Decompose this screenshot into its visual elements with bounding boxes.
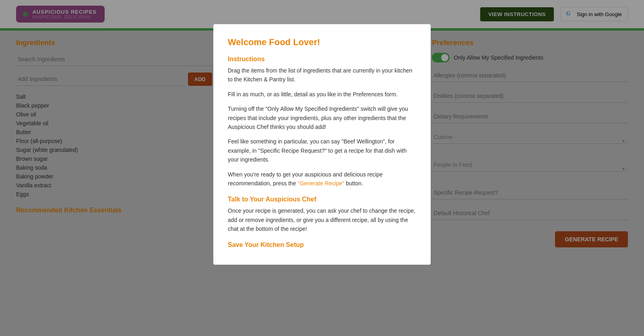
modal-save-title: Save Your Kitchen Setup [228, 241, 416, 249]
modal-p4: Feel like something in particular, you c… [228, 137, 416, 164]
modal-talk-p1: Once your recipe is generated, you can a… [228, 206, 416, 233]
modal-instructions-title: Instructions [228, 56, 416, 63]
modal-p1: Drag the items from the list of ingredie… [228, 66, 416, 84]
modal-overlay: Welcome Food Lover! Instructions Drag th… [0, 0, 644, 336]
modal-p5: When you're ready to get your auspicious… [228, 170, 416, 188]
modal: Welcome Food Lover! Instructions Drag th… [213, 24, 431, 265]
modal-p5-post: button. [344, 180, 363, 187]
modal-talk-title: Talk to Your Auspicious Chef [228, 196, 416, 203]
modal-p5-highlight: "Generate Recipe" [298, 180, 345, 187]
modal-title: Welcome Food Lover! [228, 37, 416, 48]
modal-p2: Fill in as much, or as little, detail as… [228, 90, 416, 99]
modal-body: Instructions Drag the items from the lis… [228, 56, 416, 249]
modal-p3: Turning off the "Only Allow My Specified… [228, 104, 416, 131]
